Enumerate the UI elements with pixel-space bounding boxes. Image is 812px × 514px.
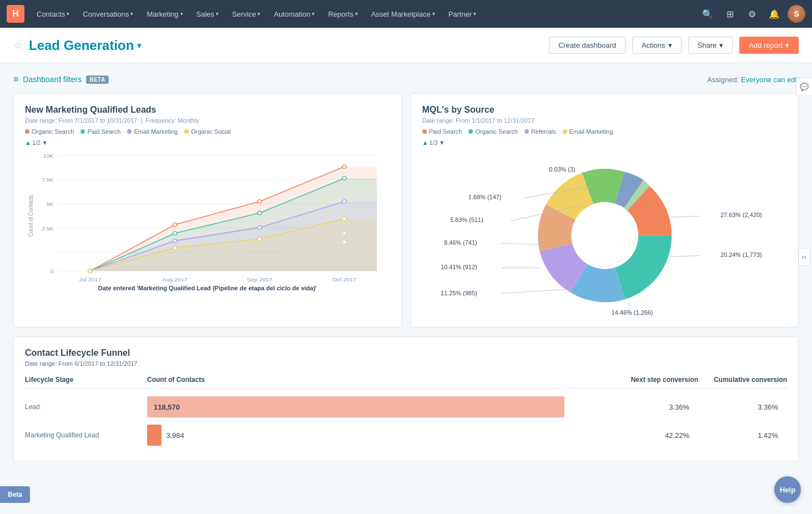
title-chevron-icon[interactable]: ▾ xyxy=(137,41,141,50)
nav-partner[interactable]: Partner ▾ xyxy=(443,7,482,22)
svg-point-33 xyxy=(258,238,261,241)
charts-row: New Marketing Qualified Leads Date range… xyxy=(13,93,799,327)
legend-dot xyxy=(422,129,427,134)
svg-line-51 xyxy=(501,289,570,294)
svg-text:5K: 5K xyxy=(47,201,54,207)
svg-text:27.63% (2,420): 27.63% (2,420) xyxy=(720,212,761,219)
svg-text:0.03% (3): 0.03% (3) xyxy=(549,166,575,173)
funnel-bar-cell-lead: 118,570 xyxy=(147,396,609,417)
legend-organic-social: Organic Social xyxy=(184,128,231,135)
svg-point-34 xyxy=(342,217,346,220)
legend-dot xyxy=(563,129,567,134)
sidebar-collapse-button[interactable]: ‹‹ xyxy=(799,248,810,266)
svg-point-18 xyxy=(258,200,261,203)
nav-conversations[interactable]: Conversations ▾ xyxy=(77,7,139,22)
beta-badge: BETA xyxy=(86,75,108,84)
svg-text:0: 0 xyxy=(51,269,54,274)
svg-point-38 xyxy=(571,202,638,269)
svg-point-28 xyxy=(258,226,261,229)
funnel-cumulative-mql: 1.42% xyxy=(698,431,787,440)
assigned-section: Assigned: Everyone can edit xyxy=(707,75,799,84)
nav-down-icon[interactable]: ▼ xyxy=(42,139,48,146)
chart-nav-control: ▲ 1/2 ▼ xyxy=(25,139,390,146)
notification-bell-icon[interactable]: 🔔 xyxy=(765,5,783,23)
svg-text:10.41% (912): 10.41% (912) xyxy=(440,264,477,270)
legend-dot xyxy=(468,129,473,134)
svg-text:20.24% (1,773): 20.24% (1,773) xyxy=(720,251,761,258)
share-button[interactable]: Share ▾ xyxy=(688,37,733,54)
col-header-count: Count of Contacts xyxy=(147,376,609,384)
chevron-down-icon: ▾ xyxy=(668,41,672,49)
svg-text:Count of Contacts: Count of Contacts xyxy=(28,195,34,236)
actions-button[interactable]: Actions ▾ xyxy=(632,37,682,54)
line-chart-svg: 10K 7.5K 5K 2.5K 0 Jul 2017 Aug 2017 Sep… xyxy=(25,149,390,283)
nav-icons: 🔍 ⊞ ⚙ 🔔 S xyxy=(699,5,805,23)
svg-text:Oct 2017: Oct 2017 xyxy=(332,276,356,282)
svg-text:8.46% (741): 8.46% (741) xyxy=(444,239,477,246)
donut-chart-svg: 27.63% (2,420) 20.24% (1,773) 14.46% (1,… xyxy=(422,138,788,327)
top-navigation: H Contacts ▾ Conversations ▾ Marketing ▾… xyxy=(0,0,812,28)
create-dashboard-button[interactable]: Create dashboard xyxy=(549,37,626,54)
svg-text:10K: 10K xyxy=(43,153,54,158)
svg-point-27 xyxy=(173,239,177,243)
svg-text:Sep 2017: Sep 2017 xyxy=(247,276,273,282)
page-header: ☆ Lead Generation ▾ Create dashboard Act… xyxy=(0,28,812,63)
legend-organic-search: Organic Search xyxy=(468,128,517,135)
nav-sales[interactable]: Sales ▾ xyxy=(191,7,225,22)
user-avatar[interactable]: S xyxy=(788,5,805,23)
page-title: Lead Generation ▾ xyxy=(29,38,141,53)
chat-icon[interactable]: 💬 xyxy=(796,78,812,96)
chevron-down-icon: ▾ xyxy=(258,11,260,17)
funnel-bar-cell-mql: 3,984 xyxy=(147,425,609,446)
nav-marketing[interactable]: Marketing ▾ xyxy=(141,7,188,22)
chevron-down-icon: ▾ xyxy=(432,11,435,17)
add-report-button[interactable]: Add report ▾ xyxy=(739,37,799,54)
nav-up-icon[interactable]: ▲ xyxy=(25,139,31,146)
dashboard-filters-bar: ≡ Dashboard filters BETA Assigned: Every… xyxy=(13,74,799,84)
svg-point-17 xyxy=(173,223,177,226)
funnel-next-step-mql: 42.22% xyxy=(609,431,698,440)
funnel-stage-lead: Lead xyxy=(25,403,147,411)
nav-automation[interactable]: Automation ▾ xyxy=(268,7,320,22)
donut-chart-svg-container: 27.63% (2,420) 20.24% (1,773) 14.46% (1,… xyxy=(422,149,788,316)
nav-service[interactable]: Service ▾ xyxy=(226,7,266,22)
svg-point-36 xyxy=(342,240,346,243)
funnel-table-header: Lifecycle Stage Count of Contacts Next s… xyxy=(25,376,787,389)
svg-text:2.5K: 2.5K xyxy=(42,226,54,231)
col-header-next-step: Next step conversion xyxy=(609,376,698,384)
search-icon[interactable]: 🔍 xyxy=(699,5,717,23)
line-chart-svg-container: 10K 7.5K 5K 2.5K 0 Jul 2017 Aug 2017 Sep… xyxy=(25,149,390,283)
svg-text:14.46% (1,266): 14.46% (1,266) xyxy=(611,309,653,316)
legend-email-marketing: Email Marketing xyxy=(563,128,613,135)
mql-source-title: MQL's by Source xyxy=(422,105,788,115)
svg-point-23 xyxy=(258,211,261,215)
svg-line-49 xyxy=(669,256,699,257)
svg-text:1.68% (147): 1.68% (147) xyxy=(468,194,501,200)
nav-contacts[interactable]: Contacts ▾ xyxy=(31,7,75,22)
dashboard-filters-label[interactable]: Dashboard filters xyxy=(23,75,82,84)
legend-paid-search: Paid Search xyxy=(422,128,462,135)
legend-referrals: Referrals xyxy=(524,128,556,135)
settings-icon[interactable]: ⚙ xyxy=(743,5,761,23)
dashboard-content: ≡ Dashboard filters BETA Assigned: Every… xyxy=(0,63,812,472)
nav-asset-marketplace[interactable]: Asset Marketplace ▾ xyxy=(366,7,441,22)
mql-source-date-range: Date range: From 1/1/2017 to 12/31/2017 xyxy=(422,117,788,124)
legend-organic-search: Organic Search xyxy=(25,128,74,135)
grid-icon[interactable]: ⊞ xyxy=(721,5,739,23)
favorite-star-icon[interactable]: ☆ xyxy=(13,39,22,52)
legend-dot xyxy=(184,129,189,134)
col-header-cumulative: Cumulative conversion xyxy=(698,376,787,384)
contact-lifecycle-funnel-card: Contact Lifecycle Funnel Date range: Fro… xyxy=(13,336,799,461)
hubspot-logo[interactable]: H xyxy=(7,5,24,23)
funnel-next-step-lead: 3.36% xyxy=(609,403,698,411)
svg-point-35 xyxy=(342,232,346,235)
chevron-down-icon: ▾ xyxy=(719,41,723,49)
funnel-row-mql: Marketing Qualified Lead 3,984 42.22% 1.… xyxy=(25,421,787,450)
chevron-down-icon: ▾ xyxy=(180,11,183,17)
funnel-stage-mql: Marketing Qualified Lead xyxy=(25,431,147,439)
svg-text:Jul 2017: Jul 2017 xyxy=(79,276,101,282)
assigned-value[interactable]: Everyone can edit xyxy=(741,75,799,84)
funnel-row-lead: Lead 118,570 3.36% 3.36% xyxy=(25,393,787,421)
chevron-down-icon: ▾ xyxy=(312,11,315,17)
nav-reports[interactable]: Reports ▾ xyxy=(322,7,364,22)
